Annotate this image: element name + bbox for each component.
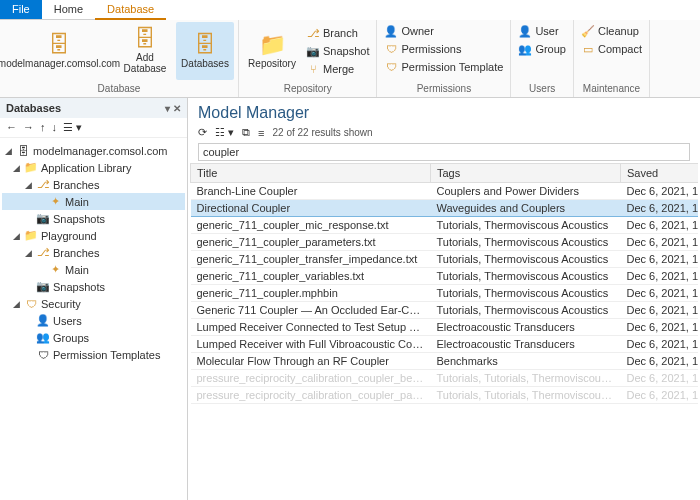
col-tags[interactable]: Tags (431, 164, 621, 183)
tree-prev-icon[interactable]: ← (6, 121, 17, 134)
tree-root[interactable]: ◢🗄modelmanager.comsol.com (2, 142, 185, 159)
tree-permission-templates[interactable]: 🛡Permission Templates (2, 346, 185, 363)
ribbon-group-permissions: Permissions (381, 82, 506, 95)
repository-button[interactable]: 📁 Repository (243, 22, 301, 80)
merge-button[interactable]: ⑂Merge (303, 60, 372, 78)
branch-leaf-icon: ✦ (48, 263, 62, 276)
sidebar-toolbar: ← → ↑ ↓ ☰ ▾ (0, 118, 187, 138)
cleanup-button[interactable]: 🧹Cleanup (578, 22, 645, 40)
branch-leaf-icon: ✦ (48, 195, 62, 208)
user-button[interactable]: 👤User (515, 22, 569, 40)
snapshot-button[interactable]: 📷Snapshot (303, 42, 372, 60)
tree-users[interactable]: 👤Users (2, 312, 185, 329)
tree-view-icon[interactable]: ☷ ▾ (215, 126, 234, 139)
tree-up-icon[interactable]: ↑ (40, 121, 46, 134)
permission-template-button[interactable]: 🛡Permission Template (381, 58, 506, 76)
owner-icon: 👤 (384, 25, 398, 38)
table-row[interactable]: Molecular Flow Through an RF CouplerBenc… (191, 353, 699, 370)
branch-button[interactable]: ⎇Branch (303, 24, 372, 42)
tree-groups[interactable]: 👥Groups (2, 329, 185, 346)
merge-icon: ⑂ (306, 63, 320, 75)
table-row[interactable]: pressure_reciprocity_calibration_coupler… (191, 387, 699, 404)
sidebar-header: Databases ▾ ✕ (0, 98, 187, 118)
table-row[interactable]: Lumped Receiver with Full Vibroacoustic … (191, 336, 699, 353)
results-grid: Title Tags Saved Branch-Line CouplerCoup… (190, 163, 698, 500)
connection-button[interactable]: 🗄 modelmanager.comsol.com (4, 22, 114, 80)
database-icon: 🗄 (48, 34, 70, 56)
tree-snapshots-2[interactable]: 📷Snapshots (2, 278, 185, 295)
main-panel: Model Manager ⟳ ☷ ▾ ⧉ ≡ 22 of 22 results… (188, 98, 700, 500)
table-row[interactable]: Generic 711 Coupler — An Occluded Ear-Ca… (191, 302, 699, 319)
user-icon: 👤 (518, 25, 532, 38)
database-add-icon: 🗄 (134, 28, 156, 50)
table-row[interactable]: generic_711_coupler_mic_response.txtTuto… (191, 217, 699, 234)
shield-icon: 🛡 (384, 43, 398, 55)
search-input[interactable]: coupler (198, 143, 690, 161)
sidebar: Databases ▾ ✕ ← → ↑ ↓ ☰ ▾ ◢🗄modelmanager… (0, 98, 188, 500)
broom-icon: 🧹 (581, 25, 595, 38)
table-row[interactable]: Branch-Line CouplerCouplers and Power Di… (191, 183, 699, 200)
ribbon-group-users: Users (515, 82, 569, 95)
compact-button[interactable]: ▭Compact (578, 40, 645, 58)
tree-app-library[interactable]: ◢📁Application Library (2, 159, 185, 176)
shield-icon: 🛡 (24, 298, 38, 310)
main-toolbar: ⟳ ☷ ▾ ⧉ ≡ 22 of 22 results shown (188, 124, 700, 141)
menu-bar: File Home Database (0, 0, 700, 20)
tree-next-icon[interactable]: → (23, 121, 34, 134)
group-icon: 👥 (36, 331, 50, 344)
database-icon: 🗄 (16, 145, 30, 157)
table-row[interactable]: generic_711_coupler_parameters.txtTutori… (191, 234, 699, 251)
databases-icon: 🗄 (194, 34, 216, 56)
tree-snapshots[interactable]: 📷Snapshots (2, 210, 185, 227)
filter-icon[interactable]: ⧉ (242, 126, 250, 139)
folder-icon: 📁 (259, 34, 286, 56)
databases-button[interactable]: 🗄 Databases (176, 22, 234, 80)
table-row[interactable]: generic_711_coupler_variables.txtTutoria… (191, 268, 699, 285)
add-database-button[interactable]: 🗄 Add Database (116, 22, 174, 80)
ribbon: 🗄 modelmanager.comsol.com 🗄 Add Database… (0, 20, 700, 98)
branch-icon: ⎇ (306, 27, 320, 40)
tree-playground[interactable]: ◢📁Playground (2, 227, 185, 244)
ribbon-group-database: Database (4, 82, 234, 95)
menu-file[interactable]: File (0, 0, 42, 20)
permissions-button[interactable]: 🛡Permissions (381, 40, 506, 58)
refresh-icon[interactable]: ⟳ (198, 126, 207, 139)
list-icon[interactable]: ≡ (258, 127, 264, 139)
tree-down-icon[interactable]: ↓ (52, 121, 58, 134)
shield-template-icon: 🛡 (384, 61, 398, 73)
compact-icon: ▭ (581, 43, 595, 56)
folder-icon: 📁 (24, 161, 38, 174)
table-row[interactable]: Lumped Receiver Connected to Test Setup … (191, 319, 699, 336)
folder-icon: 📁 (24, 229, 38, 242)
table-row[interactable]: generic_711_coupler.mphbinTutorials, The… (191, 285, 699, 302)
branch-icon: ⎇ (36, 178, 50, 191)
pin-icon[interactable]: ▾ ✕ (165, 103, 181, 114)
ribbon-group-repository: Repository (243, 82, 372, 95)
tree-branches[interactable]: ◢⎇Branches (2, 176, 185, 193)
table-row[interactable]: generic_711_coupler_transfer_impedance.t… (191, 251, 699, 268)
user-icon: 👤 (36, 314, 50, 327)
page-title: Model Manager (188, 98, 700, 124)
tree-security[interactable]: ◢🛡Security (2, 295, 185, 312)
sidebar-title: Databases (6, 102, 61, 114)
tree-main-branch-2[interactable]: ✦Main (2, 261, 185, 278)
menu-database[interactable]: Database (95, 0, 166, 20)
result-count: 22 of 22 results shown (272, 127, 372, 138)
owner-button[interactable]: 👤Owner (381, 22, 506, 40)
menu-home[interactable]: Home (42, 0, 95, 20)
ribbon-group-maintenance: Maintenance (578, 82, 645, 95)
table-row[interactable]: pressure_reciprocity_calibration_coupler… (191, 370, 699, 387)
snapshot-icon: 📷 (36, 212, 50, 225)
table-row[interactable]: Directional CouplerWaveguides and Couple… (191, 200, 699, 217)
database-tree: ◢🗄modelmanager.comsol.com ◢📁Application … (0, 138, 187, 500)
snapshot-icon: 📷 (36, 280, 50, 293)
tree-branches-2[interactable]: ◢⎇Branches (2, 244, 185, 261)
branch-icon: ⎇ (36, 246, 50, 259)
tree-expand-icon[interactable]: ☰ ▾ (63, 121, 82, 134)
group-button[interactable]: 👥Group (515, 40, 569, 58)
group-icon: 👥 (518, 43, 532, 56)
col-title[interactable]: Title (191, 164, 431, 183)
shield-icon: 🛡 (36, 349, 50, 361)
tree-main-branch[interactable]: ✦Main (2, 193, 185, 210)
col-saved[interactable]: Saved (621, 164, 699, 183)
